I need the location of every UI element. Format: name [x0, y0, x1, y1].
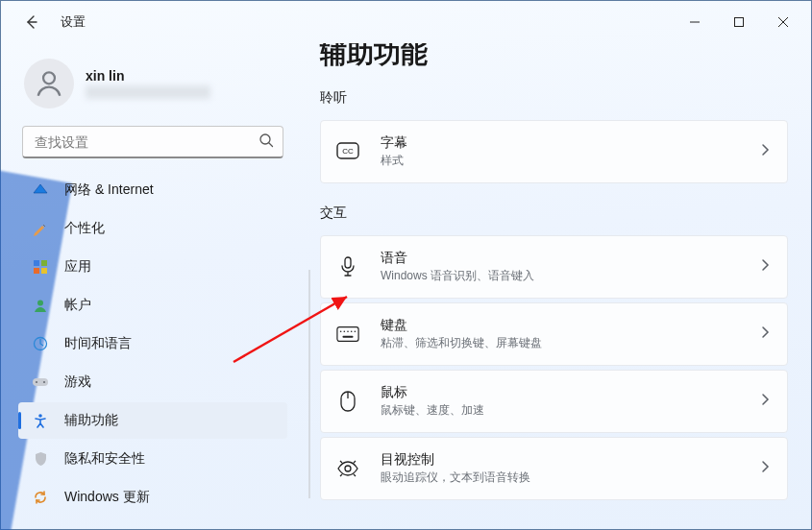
svg-rect-22: [342, 336, 353, 338]
search-input[interactable]: [22, 126, 283, 158]
svg-point-1: [43, 72, 55, 84]
shield-icon: [32, 450, 49, 468]
arrow-left-icon: [24, 14, 39, 30]
sidebar-item-gaming[interactable]: 游戏: [18, 364, 287, 400]
chevron-right-icon: [760, 258, 770, 276]
main-content: 辅助功能 聆听 CC 字幕 样式 交互 语音 Windows 语音识别、语音键入: [299, 43, 811, 529]
svg-point-17: [340, 330, 342, 332]
svg-point-11: [43, 381, 45, 383]
svg-rect-9: [33, 378, 48, 386]
svg-rect-3: [34, 260, 39, 266]
sidebar-item-windows-update[interactable]: Windows 更新: [18, 479, 287, 516]
sidebar-item-personalize[interactable]: 个性化: [18, 210, 287, 247]
svg-point-21: [355, 330, 357, 332]
svg-point-10: [36, 381, 37, 383]
sidebar-item-accessibility[interactable]: 辅助功能: [18, 402, 287, 439]
mouse-icon: [336, 390, 359, 413]
update-icon: [32, 489, 49, 506]
chevron-right-icon: [760, 325, 770, 343]
user-name: xin lin: [86, 68, 210, 84]
wifi-icon: [32, 181, 49, 199]
search-wrap: [22, 126, 283, 158]
sidebar-item-label: 网络 & Internet: [64, 181, 278, 199]
chevron-right-icon: [760, 393, 770, 410]
svg-rect-5: [34, 268, 39, 274]
keyboard-icon: [336, 323, 359, 346]
svg-point-20: [351, 330, 353, 332]
card-subtitle: 鼠标键、速度、加速: [381, 402, 760, 419]
accessibility-icon: [32, 412, 49, 429]
app-title: 设置: [61, 13, 86, 31]
card-captions[interactable]: CC 字幕 样式: [320, 120, 788, 183]
sidebar-item-network[interactable]: 网络 & Internet: [18, 172, 287, 208]
close-button[interactable]: [761, 7, 805, 37]
sidebar-item-label: 应用: [64, 258, 278, 276]
card-title: 字幕: [381, 134, 760, 152]
svg-point-12: [38, 414, 42, 418]
account-icon: [32, 297, 49, 314]
sidebar-item-label: 隐私和安全性: [64, 450, 278, 468]
sidebar-item-time-language[interactable]: 时间和语言: [18, 325, 287, 362]
search-icon: [258, 132, 274, 152]
titlebar: 设置: [1, 1, 811, 43]
svg-rect-16: [337, 327, 358, 342]
brush-icon: [32, 220, 49, 237]
sidebar-item-privacy[interactable]: 隐私和安全性: [18, 441, 287, 477]
card-title: 键盘: [381, 317, 760, 334]
svg-point-18: [343, 330, 345, 332]
svg-text:CC: CC: [342, 147, 354, 156]
section-interact-label: 交互: [320, 205, 788, 222]
card-title: 目视控制: [381, 451, 760, 469]
sidebar-item-apps[interactable]: 应用: [18, 249, 287, 285]
sidebar: xin lin 网络 & Internet 个性化: [1, 43, 299, 529]
sidebar-item-label: 辅助功能: [64, 412, 278, 429]
sidebar-item-label: 游戏: [64, 373, 278, 391]
globe-clock-icon: [32, 335, 49, 352]
captions-icon: CC: [336, 140, 359, 163]
card-eye-control[interactable]: 目视控制 眼动追踪仪，文本到语音转换: [320, 437, 788, 500]
scroll-track: [308, 270, 310, 498]
close-icon: [777, 16, 789, 28]
svg-rect-15: [345, 257, 351, 268]
svg-rect-0: [735, 18, 744, 27]
svg-point-24: [345, 466, 351, 471]
svg-point-19: [347, 330, 349, 332]
svg-point-2: [260, 134, 270, 144]
person-icon: [33, 67, 65, 100]
user-email-redacted: [86, 85, 210, 99]
card-title: 鼠标: [381, 384, 760, 401]
eye-control-icon: [336, 457, 359, 480]
card-keyboard[interactable]: 键盘 粘滞、筛选和切换键、屏幕键盘: [320, 302, 788, 366]
card-title: 语音: [381, 250, 760, 267]
card-subtitle: 样式: [381, 153, 760, 169]
gamepad-icon: [32, 373, 49, 391]
chevron-right-icon: [760, 143, 770, 160]
svg-point-7: [37, 301, 43, 306]
page-title: 辅助功能: [320, 43, 788, 72]
microphone-icon: [336, 255, 359, 278]
minimize-button[interactable]: [673, 7, 717, 37]
svg-rect-4: [41, 260, 47, 266]
chevron-right-icon: [760, 460, 770, 477]
sidebar-item-label: 个性化: [64, 220, 278, 237]
minimize-icon: [689, 16, 701, 28]
maximize-button[interactable]: [717, 7, 761, 37]
card-subtitle: 粘滞、筛选和切换键、屏幕键盘: [381, 335, 760, 351]
apps-icon: [32, 258, 49, 276]
card-subtitle: 眼动追踪仪，文本到语音转换: [381, 470, 760, 486]
user-profile[interactable]: xin lin: [18, 49, 287, 116]
avatar: [24, 59, 74, 108]
card-subtitle: Windows 语音识别、语音键入: [381, 268, 760, 284]
section-listen-label: 聆听: [320, 89, 788, 107]
sidebar-item-label: 帐户: [64, 297, 278, 314]
svg-rect-6: [41, 268, 47, 274]
card-speech[interactable]: 语音 Windows 语音识别、语音键入: [320, 235, 788, 299]
back-button[interactable]: [20, 11, 43, 34]
nav-list: 网络 & Internet 个性化 应用 帐户 时间和语言: [18, 172, 287, 516]
sidebar-item-label: Windows 更新: [64, 489, 278, 506]
sidebar-item-accounts[interactable]: 帐户: [18, 287, 287, 324]
maximize-icon: [733, 16, 745, 28]
sidebar-item-label: 时间和语言: [64, 335, 278, 352]
card-mouse[interactable]: 鼠标 鼠标键、速度、加速: [320, 370, 788, 433]
